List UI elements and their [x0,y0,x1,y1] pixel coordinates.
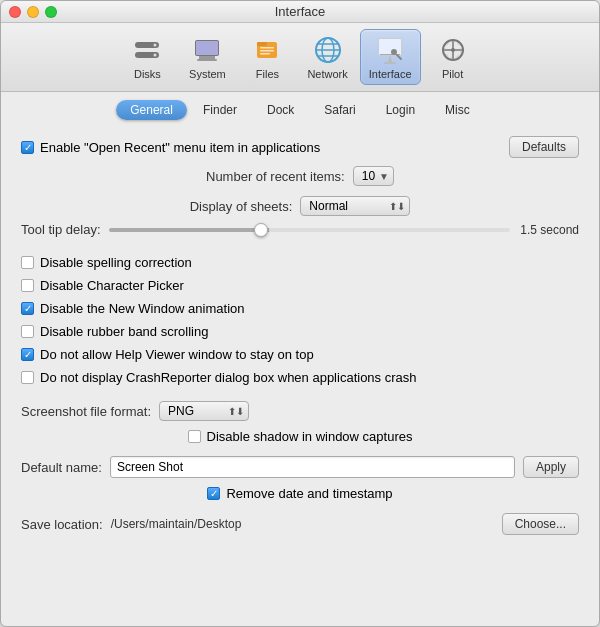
tool-tip-delay-label: Tool tip delay: [21,222,101,237]
svg-rect-7 [196,41,218,55]
toolbar-item-interface[interactable]: Interface [360,29,421,85]
svg-point-2 [154,44,157,47]
checkbox-1[interactable] [21,279,34,292]
checkbox-wrap-4[interactable]: ✓ Do not allow Help Viewer window to sta… [21,347,314,362]
svg-rect-6 [197,59,217,61]
interface-icon [374,34,406,66]
network-icon [312,34,344,66]
svg-rect-19 [379,39,401,55]
choose-button[interactable]: Choose... [502,513,579,535]
toolbar-item-files[interactable]: Files [239,30,295,84]
svg-marker-21 [388,55,392,62]
svg-point-3 [154,54,157,57]
disks-icon [131,34,163,66]
svg-rect-10 [260,47,274,49]
slider-thumb[interactable] [254,223,268,237]
checkbox-label-5: Do not display CrashReporter dialog box … [40,370,417,385]
toolbar-label-system: System [189,68,226,80]
screenshot-format-label: Screenshot file format: [21,404,151,419]
display-of-sheets-row: Display of sheets: Normal ⬆⬇ [21,196,579,216]
maximize-button[interactable] [45,6,57,18]
defaults-button[interactable]: Defaults [509,136,579,158]
toolbar-item-network[interactable]: Network [299,30,355,84]
checkbox-wrap-3[interactable]: Disable rubber band scrolling [21,324,208,339]
enable-open-recent-label: Enable "Open Recent" menu item in applic… [40,140,320,155]
apply-button[interactable]: Apply [523,456,579,478]
checkbox-wrap-0[interactable]: Disable spelling correction [21,255,192,270]
checkbox-2[interactable]: ✓ [21,302,34,315]
number-of-recent-value: 10 [362,169,375,183]
slider-wrap: 1.5 second [109,223,580,237]
checkbox-wrap-2[interactable]: ✓ Disable the New Window animation [21,301,244,316]
disable-shadow-label: Disable shadow in window captures [207,429,413,444]
tool-tip-slider[interactable] [109,228,511,232]
number-of-recent-row: Number of recent items: 10 ▼ [21,166,579,186]
traffic-lights [9,6,57,18]
checkbox-0[interactable] [21,256,34,269]
number-of-recent-dropdown[interactable]: 10 ▼ [353,166,394,186]
svg-rect-12 [260,53,270,55]
toolbar-item-pilot[interactable]: Pilot [425,30,481,84]
checkbox-wrap-1[interactable]: Disable Character Picker [21,278,184,293]
screenshot-format-row: Screenshot file format: PNG ⬆⬇ [21,401,579,421]
default-name-row: Default name: Apply [21,456,579,478]
display-of-sheets-value: Normal [309,199,348,213]
remove-date-row: ✓ Remove date and timestamp [21,486,579,501]
tab-finder[interactable]: Finder [189,100,251,120]
checkbox-label-1: Disable Character Picker [40,278,184,293]
svg-point-23 [391,49,397,55]
tab-dock[interactable]: Dock [253,100,308,120]
checkbox-label-4: Do not allow Help Viewer window to stay … [40,347,314,362]
svg-rect-22 [384,62,396,64]
disable-shadow-row: Disable shadow in window captures [21,429,579,444]
number-of-recent-arrow-icon: ▼ [379,171,389,182]
system-icon [191,34,223,66]
checkbox-label-2: Disable the New Window animation [40,301,244,316]
toolbar-label-network: Network [307,68,347,80]
svg-rect-5 [199,56,215,59]
disable-shadow-checkbox-wrap[interactable]: Disable shadow in window captures [188,429,413,444]
checkbox-row-2: ✓ Disable the New Window animation [21,301,579,316]
toolbar-label-files: Files [256,68,279,80]
tab-safari[interactable]: Safari [310,100,369,120]
checkbox-4[interactable]: ✓ [21,348,34,361]
enable-open-recent-checkbox-wrap[interactable]: ✓ Enable "Open Recent" menu item in appl… [21,140,320,155]
toolbar-label-pilot: Pilot [442,68,463,80]
enable-open-recent-checkbox[interactable]: ✓ [21,141,34,154]
screenshot-format-dropdown[interactable]: PNG ⬆⬇ [159,401,249,421]
checkbox-5[interactable] [21,371,34,384]
display-of-sheets-label: Display of sheets: [190,199,293,214]
toolbar: Disks System Files Network Interface [1,23,599,92]
svg-rect-9 [257,42,267,46]
toolbar-item-disks[interactable]: Disks [119,30,175,84]
checkbox-label-3: Disable rubber band scrolling [40,324,208,339]
tab-general[interactable]: General [116,100,187,120]
checkbox-3[interactable] [21,325,34,338]
pilot-icon [437,34,469,66]
remove-date-label: Remove date and timestamp [226,486,392,501]
tool-tip-delay-value: 1.5 second [520,223,579,237]
toolbar-item-system[interactable]: System [179,30,235,84]
default-name-label: Default name: [21,460,102,475]
checkbox-row-4: ✓ Do not allow Help Viewer window to sta… [21,347,579,362]
window-title: Interface [275,4,326,19]
content-area: ✓ Enable "Open Recent" menu item in appl… [1,126,599,626]
tab-misc[interactable]: Misc [431,100,484,120]
display-of-sheets-dropdown[interactable]: Normal ⬆⬇ [300,196,410,216]
tab-login[interactable]: Login [372,100,429,120]
svg-point-28 [451,48,455,52]
minimize-button[interactable] [27,6,39,18]
save-location-row: Save location: /Users/maintain/Desktop C… [21,513,579,535]
remove-date-checkbox-wrap[interactable]: ✓ Remove date and timestamp [207,486,392,501]
default-name-input[interactable] [110,456,515,478]
checkbox-wrap-5[interactable]: Do not display CrashReporter dialog box … [21,370,417,385]
remove-date-checkbox[interactable]: ✓ [207,487,220,500]
display-of-sheets-arrow-icon: ⬆⬇ [389,201,405,212]
svg-rect-11 [260,50,274,52]
screenshot-format-arrow-icon: ⬆⬇ [228,406,244,417]
disable-shadow-checkbox[interactable] [188,430,201,443]
checkbox-row-0: Disable spelling correction [21,255,579,270]
enable-open-recent-row: ✓ Enable "Open Recent" menu item in appl… [21,136,579,158]
close-button[interactable] [9,6,21,18]
toolbar-label-disks: Disks [134,68,161,80]
